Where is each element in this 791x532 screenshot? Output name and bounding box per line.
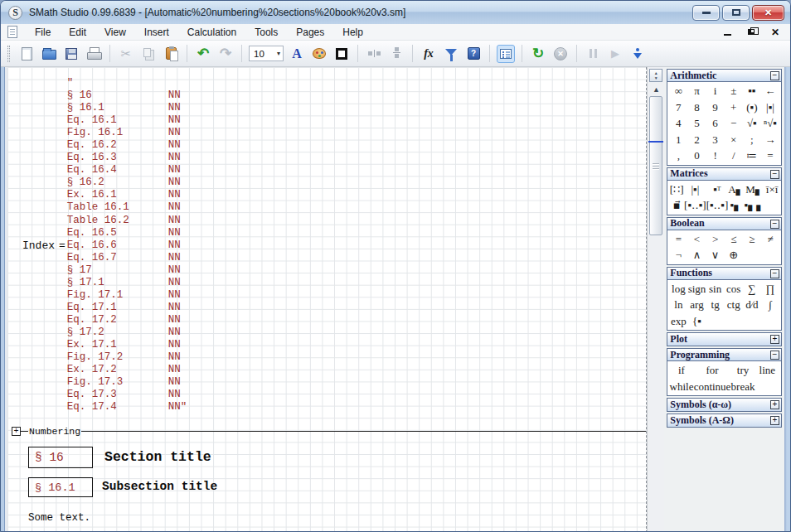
menu-item[interactable]: Help (333, 25, 372, 40)
palette-button[interactable]: π (687, 83, 706, 99)
palette-button[interactable]: ctg (725, 297, 743, 313)
worksheet-canvas[interactable]: Index = " § 16NN § 16.1NN Eq. 16.1NN Fig… (7, 67, 647, 532)
palette-button[interactable]: ∞ (669, 83, 687, 99)
undo-button[interactable]: ↶ (194, 45, 212, 63)
child-restore-button[interactable] (746, 27, 756, 37)
palette-button[interactable]: ≥ (743, 231, 761, 248)
background-color-button[interactable] (310, 45, 328, 63)
window-minimize-button[interactable] (692, 5, 720, 21)
palette-button[interactable]: continue (694, 379, 731, 395)
palette-button[interactable]: ⊕ (725, 247, 743, 264)
palette-button[interactable]: , (669, 148, 687, 164)
palette-button[interactable]: d∕d (743, 297, 761, 313)
recalculate-button[interactable]: ↻ (529, 45, 547, 63)
menu-item[interactable]: View (95, 25, 135, 40)
palette-button[interactable]: ▪⃗ (669, 197, 684, 214)
palette-button[interactable]: ≤ (725, 231, 743, 248)
collapse-button[interactable]: − (770, 71, 779, 80)
palette-button[interactable]: ∫ (761, 297, 779, 313)
redo-button[interactable]: ↷ (216, 45, 235, 63)
align-horizontal-button[interactable] (365, 45, 383, 63)
font-color-button[interactable]: A (288, 45, 306, 63)
menu-item[interactable]: Insert (135, 25, 178, 40)
palette-button[interactable]: 6 (706, 115, 725, 132)
palette-button[interactable]: ∏ (761, 281, 779, 297)
scrollbar-thumb[interactable] (649, 96, 662, 235)
palette-button[interactable]: ≔ (743, 148, 761, 164)
insert-function-button[interactable]: fx (420, 45, 438, 63)
palette-button[interactable]: ← (761, 83, 779, 99)
section-title-text[interactable]: Section title (104, 449, 211, 465)
palette-button[interactable]: 5 (687, 115, 706, 132)
menu-item[interactable]: Edit (60, 25, 95, 40)
child-close-button[interactable]: ✕ (770, 27, 780, 37)
panel-programming-header[interactable]: Programming − (667, 349, 781, 361)
palette-button[interactable]: ▪▖ (728, 197, 744, 214)
palette-button[interactable]: for (694, 362, 731, 379)
palette-button[interactable]: 3 (706, 132, 725, 148)
palette-button[interactable]: cos (725, 281, 743, 297)
border-button[interactable] (332, 45, 351, 63)
document-icon[interactable] (7, 26, 17, 38)
menu-item[interactable]: File (26, 25, 60, 40)
expand-button[interactable]: + (770, 416, 779, 425)
palette-button[interactable]: > (706, 231, 725, 248)
panel-plot-header[interactable]: Plot + (667, 333, 781, 346)
palette-button[interactable]: ∑ (743, 281, 761, 297)
palette-button[interactable]: √▪ (743, 115, 761, 132)
region-expand-button[interactable]: + (12, 427, 21, 436)
palette-button[interactable]: 2 (687, 132, 706, 148)
palette-button[interactable]: − (725, 115, 743, 132)
window-maximize-button[interactable] (722, 5, 750, 21)
palette-button[interactable]: [▪‥▪] (706, 197, 729, 214)
menu-item[interactable]: Pages (287, 25, 333, 40)
panel-arithmetic-header[interactable]: Arithmetic − (667, 70, 781, 82)
child-minimize-button[interactable] (722, 27, 732, 37)
debug-run-button[interactable]: ▶ (606, 45, 624, 63)
scroll-up-arrow-icon[interactable]: ▲ (648, 85, 664, 94)
palette-button[interactable]: ▪▪ (743, 83, 761, 99)
palette-button[interactable]: ∨ (706, 247, 725, 264)
body-text[interactable]: Some text. (28, 512, 90, 524)
palette-button[interactable]: arg (687, 297, 706, 313)
palette-button[interactable]: 8 (687, 99, 706, 116)
palette-button[interactable]: break (730, 379, 755, 395)
debug-step-button[interactable] (628, 45, 647, 63)
palette-button[interactable]: tg (706, 297, 725, 313)
print-button[interactable] (85, 45, 103, 63)
palette-button[interactable]: ▪ᵀ (706, 181, 729, 198)
palette-button[interactable]: if (669, 362, 693, 379)
reference-button[interactable]: ? (464, 45, 483, 63)
palette-button[interactable]: ▪▖▖ (745, 197, 765, 214)
paste-button[interactable] (162, 45, 180, 63)
palette-button[interactable]: i (706, 83, 725, 99)
panel-functions-header[interactable]: Functions − (667, 268, 781, 280)
menu-item[interactable]: Tools (245, 25, 287, 40)
palette-button[interactable]: → (761, 132, 779, 148)
collapse-button[interactable]: − (770, 269, 779, 278)
palette-button[interactable]: sin (706, 281, 725, 297)
palette-button[interactable]: [▪‥▪] (684, 197, 706, 214)
palette-button[interactable]: exp (669, 313, 687, 330)
palette-button[interactable]: log (669, 281, 687, 297)
palette-button[interactable]: × (725, 132, 743, 148)
subsection-title-text[interactable]: Subsection title (102, 480, 217, 493)
panel-symbols-lower-header[interactable]: Symbols (α-ω) + (667, 399, 781, 411)
palette-button[interactable]: ≠ (761, 231, 779, 248)
split-view-handle[interactable]: ▲ ▼ (649, 69, 662, 82)
palette-button[interactable]: while (669, 379, 693, 395)
collapse-button[interactable]: − (770, 220, 779, 229)
menu-item[interactable]: Calculation (178, 25, 245, 40)
palette-button[interactable]: 7 (669, 99, 687, 116)
palette-button[interactable]: ; (743, 132, 761, 148)
save-button[interactable] (62, 45, 80, 63)
palette-button[interactable]: {▪ (687, 313, 706, 330)
font-size-combo[interactable]: 10 ▾ (249, 46, 284, 61)
interrupt-button[interactable]: ✕ (551, 45, 570, 63)
panel-boolean-header[interactable]: Boolean − (667, 218, 781, 230)
vertical-scrollbar[interactable]: ▲ ▼ ▲ (647, 67, 664, 532)
align-vertical-button[interactable] (387, 45, 405, 63)
palette-button[interactable]: / (725, 148, 743, 164)
expand-button[interactable]: + (770, 400, 779, 409)
palette-button[interactable]: ⁿ√▪ (761, 115, 779, 132)
